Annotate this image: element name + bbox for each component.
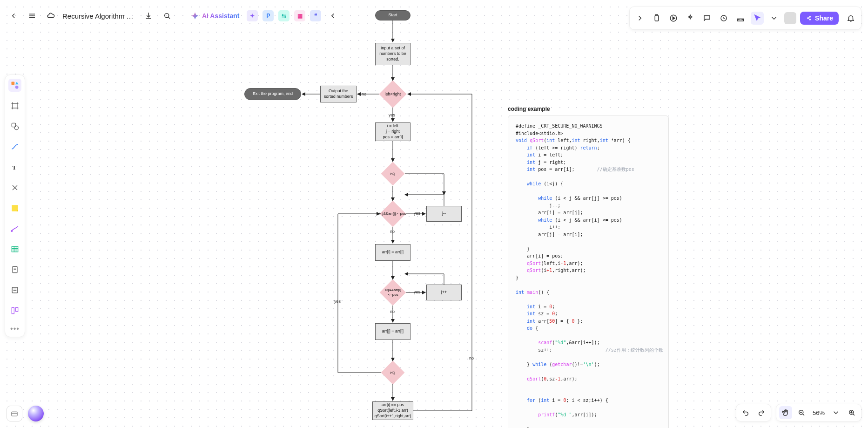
- zoom-in-button[interactable]: [845, 406, 858, 419]
- node-init[interactable]: i = left j = right pos = arr[i]: [375, 122, 410, 141]
- svg-rect-41: [12, 412, 17, 416]
- svg-line-49: [853, 414, 855, 415]
- svg-point-3: [165, 14, 169, 18]
- svg-text:T: T: [12, 164, 16, 171]
- chevron-right-icon[interactable]: [633, 12, 646, 25]
- svg-rect-40: [16, 307, 18, 311]
- svg-line-45: [803, 414, 804, 415]
- comment-icon[interactable]: [700, 12, 713, 25]
- zoom-out-button[interactable]: [795, 406, 808, 419]
- lbl-yes-1: yes: [389, 113, 395, 117]
- code-panel[interactable]: #define _CRT_SECURE_NO_WARNINGS #include…: [508, 115, 669, 428]
- frame-tool[interactable]: [8, 99, 21, 112]
- search-icon[interactable]: [160, 9, 174, 23]
- chevron-left-icon[interactable]: [326, 9, 340, 23]
- code-title: coding example: [508, 106, 550, 112]
- node-assign1[interactable]: arr[i] = arr[j]: [375, 244, 410, 261]
- node-output[interactable]: Output the sorted numbers: [320, 86, 357, 102]
- node-assign2[interactable]: arr[j] = arr[i]: [375, 323, 410, 340]
- zoom-level[interactable]: 56%: [811, 409, 827, 416]
- sparkle-icon[interactable]: [684, 12, 697, 25]
- svg-rect-28: [12, 246, 18, 252]
- svg-point-27: [11, 231, 13, 232]
- ruler-icon[interactable]: [734, 12, 747, 25]
- redo-button[interactable]: [755, 406, 768, 419]
- svg-rect-15: [12, 82, 15, 85]
- shape-tool[interactable]: [8, 120, 21, 133]
- history-icon[interactable]: [717, 12, 730, 25]
- ai-orb-button[interactable]: [28, 406, 44, 421]
- formula-tool[interactable]: [8, 181, 21, 194]
- undo-button[interactable]: [739, 406, 752, 419]
- top-right-toolbar: Share: [629, 7, 861, 30]
- lbl-no-3: no: [390, 309, 395, 314]
- svg-line-4: [168, 17, 170, 19]
- lbl-no-4: no: [469, 356, 474, 360]
- ai-assistant-button[interactable]: AI Assistant: [188, 12, 242, 20]
- chip-p[interactable]: P: [262, 10, 274, 21]
- bottom-right-controls: 56%: [736, 404, 861, 421]
- lbl-yes-4: yes: [334, 299, 341, 304]
- shapes-tool[interactable]: [8, 79, 21, 92]
- chip-1[interactable]: ✦: [247, 10, 258, 21]
- chip-indigo[interactable]: ❝: [310, 10, 321, 21]
- share-button[interactable]: Share: [800, 12, 839, 25]
- svg-line-14: [808, 19, 810, 20]
- zoom-dropdown[interactable]: [829, 406, 842, 419]
- node-final[interactable]: arr[i] == pos qSort(left,i-1,arr) qSort(…: [372, 401, 413, 420]
- document-title[interactable]: Recursive Algorithm Pro...: [62, 12, 137, 20]
- menu-button[interactable]: [25, 9, 39, 23]
- node-exit[interactable]: Exit the program, end: [244, 88, 301, 100]
- top-left-toolbar: Recursive Algorithm Pro... AI Assistant …: [7, 7, 340, 25]
- download-icon[interactable]: [141, 9, 155, 23]
- lbl-yes-3: yes: [414, 290, 420, 294]
- svg-rect-39: [12, 307, 14, 313]
- text-tool[interactable]: T: [8, 161, 21, 174]
- node-jdec[interactable]: j--: [426, 206, 462, 222]
- user-avatar[interactable]: [784, 12, 796, 24]
- svg-rect-5: [655, 15, 659, 21]
- cursor-icon[interactable]: [751, 12, 764, 25]
- lbl-no-1: no: [362, 92, 366, 96]
- node-input[interactable]: Input a set of numbers to be sorted.: [375, 43, 410, 65]
- svg-rect-25: [12, 205, 18, 211]
- table-tool[interactable]: [8, 243, 21, 256]
- chip-teal[interactable]: ⇆: [278, 10, 289, 21]
- back-button[interactable]: [7, 9, 20, 23]
- play-icon[interactable]: [667, 12, 680, 25]
- doc-tool[interactable]: [8, 263, 21, 276]
- layers-button[interactable]: [7, 406, 22, 421]
- chevron-down-icon[interactable]: [767, 12, 781, 25]
- bell-icon[interactable]: [844, 12, 857, 25]
- lbl-yes-2: yes: [414, 211, 420, 216]
- svg-point-23: [14, 126, 18, 129]
- bottom-left-controls: [7, 406, 44, 421]
- svg-rect-36: [12, 287, 18, 293]
- hand-tool[interactable]: [779, 406, 792, 419]
- list-tool[interactable]: [8, 284, 21, 297]
- left-toolbar: T •••: [5, 75, 25, 337]
- more-tools[interactable]: •••: [10, 325, 20, 333]
- clipboard-icon[interactable]: [650, 12, 663, 25]
- svg-point-16: [15, 86, 19, 89]
- svg-marker-7: [673, 17, 675, 20]
- node-jinc[interactable]: j++: [426, 285, 462, 300]
- lbl-no-2: no: [390, 229, 395, 234]
- node-start[interactable]: Start: [375, 10, 410, 20]
- svg-marker-17: [15, 82, 19, 85]
- chip-pink[interactable]: ▦: [294, 10, 305, 21]
- note-tool[interactable]: [8, 202, 21, 215]
- pen-tool[interactable]: [8, 222, 21, 235]
- kanban-tool[interactable]: [8, 304, 21, 317]
- cloud-icon[interactable]: [44, 9, 58, 23]
- svg-line-13: [808, 17, 810, 18]
- connector-tool[interactable]: [8, 140, 21, 153]
